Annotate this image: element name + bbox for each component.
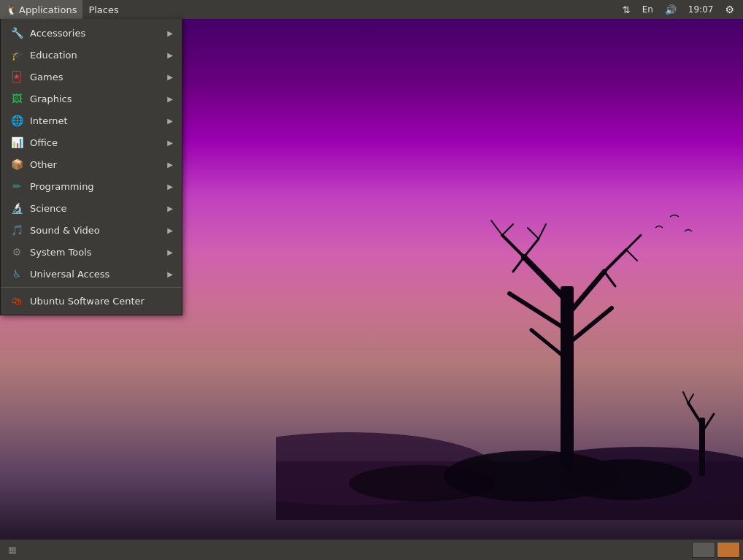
svg-line-17 [502,224,513,235]
svg-line-21 [688,403,702,425]
keyboard-label: En [642,4,653,15]
menu-item-universal-access[interactable]: ♿Universal Access▶ [1,263,182,285]
svg-line-11 [513,257,524,272]
science-arrow: ▶ [167,204,173,212]
menu-item-games[interactable]: 🃏Games▶ [1,66,182,88]
universal-access-arrow: ▶ [167,270,173,278]
education-label: Education [30,50,167,61]
system-tools-icon: ⚙ [9,245,24,259]
panel-right: ⇅ En 🔊 19:07 ⚙ [618,0,743,19]
panel-left: 🐧 Applications Places [0,0,618,19]
graphics-arrow: ▶ [167,95,173,103]
menu-item-education[interactable]: 🎓Education▶ [1,44,182,66]
svg-rect-20 [699,418,705,476]
clock-time: 19:07 [688,4,714,15]
other-icon: 📦 [9,157,24,172]
sound-video-arrow: ▶ [167,226,173,234]
menu-item-graphics[interactable]: 🖼Graphics▶ [1,88,182,110]
applications-menu[interactable]: 🐧 Applications [0,0,82,19]
menu-item-accessories[interactable]: 🔧Accessories▶ [1,22,182,44]
menu-item-office[interactable]: 📊Office▶ [1,131,182,153]
svg-line-15 [626,250,637,261]
accessories-icon: 🔧 [9,26,24,40]
svg-line-23 [683,392,688,403]
universal-access-icon: ♿ [9,266,24,281]
programming-arrow: ▶ [167,183,173,191]
graphics-icon: 🖼 [9,91,24,106]
applications-label: Applications [19,4,77,15]
system-tools-label: System Tools [30,247,167,258]
menu-item-internet[interactable]: 🌐Internet▶ [1,110,182,131]
education-arrow: ▶ [167,51,173,59]
office-icon: 📊 [9,135,24,150]
graphics-label: Graphics [30,93,167,104]
workspace-switcher [692,542,740,558]
other-label: Other [30,159,167,170]
menu-item-ubuntu-software[interactable]: 🛍Ubuntu Software Center [1,290,182,312]
settings-icon: ⚙ [725,4,734,15]
svg-line-4 [524,257,567,301]
svg-line-16 [491,220,502,235]
bottom-panel: ▦ [0,540,743,560]
show-desktop-btn[interactable]: ▦ [3,541,22,559]
sound-video-label: Sound & Video [30,225,167,236]
menu-item-programming[interactable]: ✏Programming▶ [1,175,182,197]
svg-line-7 [567,308,612,345]
desktop-wallpaper [276,155,743,520]
office-arrow: ▶ [167,139,173,147]
menu-separator [1,287,182,288]
svg-line-9 [502,235,524,257]
workspace-1[interactable] [692,542,715,558]
menu-item-other[interactable]: 📦Other▶ [1,153,182,175]
transfer-icon: ⇅ [623,4,631,15]
games-icon: 🃏 [9,69,24,84]
internet-icon: 🌐 [9,113,24,128]
workspace-2[interactable] [717,542,740,558]
science-icon: 🔬 [9,201,24,215]
science-label: Science [30,203,167,214]
svg-line-6 [509,294,567,330]
games-label: Games [30,72,167,83]
places-label: Places [88,4,118,15]
volume-icon: 🔊 [665,4,677,15]
other-arrow: ▶ [167,161,173,169]
applications-icon: 🐧 [6,4,16,15]
ubuntu-software-label: Ubuntu Software Center [30,296,173,307]
sound-video-icon: 🎵 [9,223,24,237]
svg-line-10 [524,239,539,257]
system-tools-arrow: ▶ [167,248,173,256]
ubuntu-software-icon: 🛍 [9,294,24,308]
system-settings-btn[interactable]: ⚙ [720,0,739,19]
bottom-left: ▦ [0,541,22,559]
menu-item-science[interactable]: 🔬Science▶ [1,197,182,219]
internet-arrow: ▶ [167,117,173,125]
svg-line-18 [539,224,546,239]
applications-dropdown: 🔧Accessories▶🎓Education▶🃏Games▶🖼Graphics… [0,19,182,315]
volume-control[interactable]: 🔊 [661,0,681,19]
programming-icon: ✏ [9,179,24,193]
svg-line-14 [626,235,641,250]
keyboard-layout[interactable]: En [638,0,658,19]
education-icon: 🎓 [9,47,24,62]
clock[interactable]: 19:07 [684,0,718,19]
places-menu[interactable]: Places [82,0,124,19]
menu-item-sound-video[interactable]: 🎵Sound & Video▶ [1,219,182,241]
programming-label: Programming [30,181,167,192]
svg-point-26 [561,459,692,500]
show-desktop-icon: ▦ [8,545,16,555]
svg-line-13 [604,272,615,286]
games-arrow: ▶ [167,73,173,81]
svg-line-24 [688,394,693,403]
top-panel: 🐧 Applications Places ⇅ En 🔊 19:07 ⚙ [0,0,743,19]
office-label: Office [30,137,167,148]
universal-access-label: Universal Access [30,269,167,280]
transfer-indicator[interactable]: ⇅ [618,0,635,19]
svg-line-12 [604,250,626,272]
svg-point-27 [349,465,495,502]
menu-item-system-tools[interactable]: ⚙System Tools▶ [1,241,182,263]
internet-label: Internet [30,115,167,126]
accessories-arrow: ▶ [167,29,173,37]
svg-line-19 [528,228,539,239]
accessories-label: Accessories [30,28,167,39]
